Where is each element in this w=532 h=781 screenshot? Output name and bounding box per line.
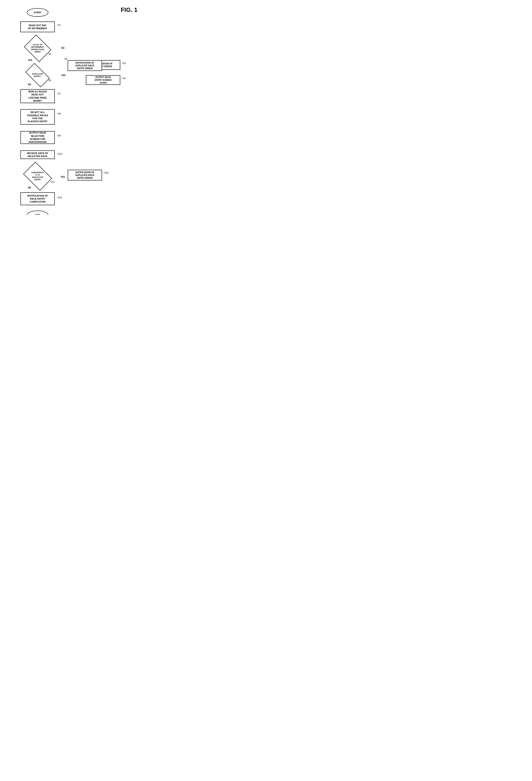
s8-node: SELECT ALL POSSIBLE RACES FOR THE PLAYER… — [20, 109, 55, 125]
s12-label: NOTIFICATION OF DUPLICATE RACE ENTRY ERR… — [75, 171, 94, 179]
s2-yes: YES — [28, 59, 32, 61]
s2-diamond-container: IS DAY OFRETIREMENTWITHIN VALIDTERM? — [26, 39, 49, 58]
s8-label: SELECT ALL POSSIBLE RACES FOR THE PLAYER… — [27, 111, 48, 123]
s11-step: S11 — [50, 180, 55, 183]
s13-node: NOTIFICATION OF RACE ENTRY COMPLETION — [20, 192, 55, 205]
s2-step: S2 — [48, 53, 51, 55]
s5-label: DUPLICATEENTRY? — [26, 68, 49, 83]
s9-step: ~S9 — [56, 134, 61, 137]
s9-node: OUTPUT RACE SELECTION SCREEN FOR PARTICI… — [20, 131, 55, 144]
s7-step: ~S7 — [56, 92, 61, 95]
s13-label: NOTIFICATION OF RACE ENTRY COMPLETION — [27, 194, 48, 203]
s12-step: ~S12 — [103, 171, 109, 174]
start-node: START — [27, 8, 48, 17]
s6-node: NOTIFICATION OF DUPLICATE RACE ENTRY ERR… — [68, 60, 102, 71]
s4-step: ~S4 — [121, 77, 126, 80]
s11-label: CHECKING IFIT ISDUPLICATEENTRY — [25, 166, 50, 186]
s6-label: NOTIFICATION OF DUPLICATE RACE ENTRY ERR… — [75, 61, 94, 70]
s5-diamond-container: DUPLICATEENTRY? — [26, 68, 49, 83]
s5-step: S5 — [48, 79, 51, 82]
s11-diamond-container: CHECKING IFIT ISDUPLICATEENTRY — [25, 166, 50, 186]
s10-step: ~S10 — [56, 153, 62, 155]
s10-label: RECEIVE DATA OF SELECTED RACE — [27, 152, 48, 158]
s4-node: OUTPUT RACE ENTRY SCREEN AGAIN — [86, 75, 120, 85]
s8-step: ~S8 — [56, 112, 61, 115]
s12-node: NOTIFICATION OF DUPLICATE RACE ENTRY ERR… — [68, 170, 102, 180]
s11-yes: YES — [60, 176, 65, 178]
s9-label: OUTPUT RACE SELECTION SCREEN FOR PARTICI… — [29, 131, 46, 143]
s3-step: ~S3 — [121, 62, 126, 65]
s11-no: NO — [28, 187, 31, 189]
figure-title: FIG. 1 — [121, 6, 137, 13]
s7-label: WON G1 RACES READ OUT LIFETIME PRIZE MON… — [28, 90, 47, 102]
s6-step: S6 — [64, 57, 67, 60]
s2-label: IS DAY OFRETIREMENTWITHIN VALIDTERM? — [26, 39, 49, 58]
start-label: START — [34, 11, 41, 14]
s2-no: NO — [61, 47, 64, 49]
s1-label: READ OUT DAY OF RETIREMENT — [28, 24, 47, 30]
end-node: END — [27, 211, 48, 215]
s13-step: ~S13 — [56, 196, 62, 199]
end-label: END — [35, 213, 40, 215]
s5-yes: YES — [61, 74, 65, 77]
s1-node: READ OUT DAY OF RETIREMENT — [20, 22, 55, 32]
s1-step: ~S1 — [56, 24, 61, 26]
s10-node: RECEIVE DATA OF SELECTED RACE — [20, 151, 55, 159]
s7-node: WON G1 RACES READ OUT LIFETIME PRIZE MON… — [20, 89, 55, 103]
s5-no: NO — [28, 83, 31, 86]
s4-label: OUTPUT RACE ENTRY SCREEN AGAIN — [95, 76, 112, 84]
